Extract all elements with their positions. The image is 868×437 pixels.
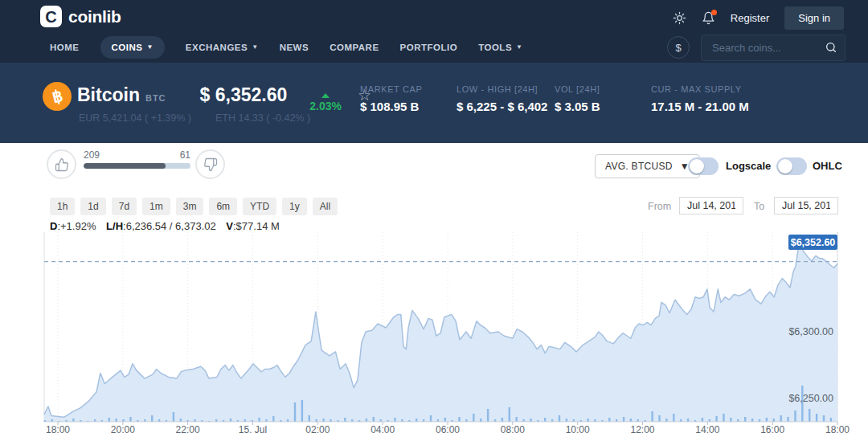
sign-in-button[interactable]: Sign in xyxy=(784,6,844,30)
eth-price: ETH 14.33 ( -0.42% ) xyxy=(215,112,310,124)
from-label: From xyxy=(648,201,671,212)
volume-bar xyxy=(658,415,660,422)
nav-link-home[interactable]: HOME xyxy=(50,43,80,52)
volume-bar xyxy=(730,418,731,422)
nav-links: HOME COINS▼ EXCHANGES▼ NEWS COMPARE PORT… xyxy=(50,36,522,59)
search-icon[interactable] xyxy=(825,41,837,54)
volume-bar xyxy=(630,419,632,422)
ohlc-label: OHLC xyxy=(813,160,842,172)
nav-link-exchanges[interactable]: EXCHANGES▼ xyxy=(186,43,259,52)
register-link[interactable]: Register xyxy=(731,12,769,24)
volume-bar xyxy=(516,417,518,422)
y-axis-label: $6,300.00 xyxy=(788,326,833,337)
volume-bar xyxy=(587,419,588,422)
coin-header: ฿ Bitcoin BTC $ 6,352.60 2.03% ☆ EUR 5,4… xyxy=(0,63,868,143)
nav-link-news[interactable]: NEWS xyxy=(280,43,309,52)
search-input[interactable] xyxy=(710,41,825,55)
volume-bar xyxy=(416,419,417,422)
volume-bar xyxy=(444,418,446,422)
volume-bar xyxy=(394,418,395,422)
coin-name: Bitcoin xyxy=(77,84,140,106)
price-chart-svg[interactable]: 18:0020:0022:0015. Jul02:0004:0006:0008:… xyxy=(0,229,868,437)
volume-bar xyxy=(129,417,131,422)
x-axis-label: 06:00 xyxy=(436,424,460,435)
volume-bar xyxy=(258,418,260,422)
nav-link-coins[interactable]: COINS▼ xyxy=(100,36,165,59)
volume-bar xyxy=(502,418,503,422)
coinlib-logo-text: coinlib xyxy=(68,7,121,27)
x-axis-label: 18:00 xyxy=(825,424,850,435)
x-axis-label: 14:00 xyxy=(695,424,719,435)
range-button-1m[interactable]: 1m xyxy=(142,198,170,215)
range-button-all[interactable]: All xyxy=(313,198,338,215)
volume-bar xyxy=(830,418,832,422)
volume-bar xyxy=(309,415,310,422)
volume-bar xyxy=(823,415,825,422)
chevron-down-icon: ▼ xyxy=(252,43,258,51)
top-navbar: C coinlib Register Si xyxy=(0,0,868,63)
notifications-bell-icon[interactable] xyxy=(702,11,715,25)
volume-bar xyxy=(509,407,510,422)
volume-bar xyxy=(272,416,274,422)
volume-bar xyxy=(566,419,567,422)
y-axis-label: $6,250.00 xyxy=(788,393,833,404)
volume-bar xyxy=(480,419,481,422)
coin-symbol: BTC xyxy=(145,93,166,103)
volume-bar xyxy=(744,417,746,422)
nav-link-portfolio[interactable]: PORTFOLIO xyxy=(400,43,458,52)
volume-bar xyxy=(702,418,703,422)
upvote-count: 209 xyxy=(84,149,100,161)
date-from-input[interactable] xyxy=(679,197,743,214)
nav-menu-row: HOME COINS▼ EXCHANGES▼ NEWS COMPARE PORT… xyxy=(50,32,845,63)
stat-volume: VOL [24H] $ 3.05 B xyxy=(555,84,600,113)
theme-sun-icon[interactable] xyxy=(673,11,686,25)
volume-bar xyxy=(458,417,460,422)
range-button-1h[interactable]: 1h xyxy=(50,198,75,215)
coinlib-logo[interactable]: C coinlib xyxy=(40,6,121,27)
currency-selector-button[interactable]: $ xyxy=(667,36,690,59)
nav-link-tools[interactable]: TOOLS▼ xyxy=(478,43,522,52)
stat-supply: CUR - MAX SUPPLY 17.15 M - 21.00 M xyxy=(651,84,749,113)
volume-bar xyxy=(344,418,346,422)
coin-price: $ 6,352.60 xyxy=(200,84,288,106)
volume-bar xyxy=(530,419,531,422)
nav-top-right: Register Sign in xyxy=(673,6,844,30)
x-axis-label: 20:00 xyxy=(111,424,135,435)
price-chart[interactable]: 18:0020:0022:0015. Jul02:0004:0006:0008:… xyxy=(0,229,868,437)
volume-bar xyxy=(473,414,474,422)
volume-bar xyxy=(687,419,689,422)
range-button-6m[interactable]: 6m xyxy=(209,198,237,215)
nav-link-compare[interactable]: COMPARE xyxy=(330,43,379,52)
date-to-input[interactable] xyxy=(774,197,838,214)
pair-selector-dropdown[interactable]: AVG. BTCUSD ▼ xyxy=(595,154,700,178)
x-axis-label: 12:00 xyxy=(630,424,654,435)
logscale-toggle[interactable] xyxy=(688,157,719,175)
volume-bar xyxy=(673,414,674,422)
x-axis-label: 10:00 xyxy=(566,424,590,435)
chevron-down-icon: ▼ xyxy=(146,43,153,51)
volume-bar xyxy=(816,414,817,422)
thumbs-down-button[interactable] xyxy=(195,149,225,179)
volume-bar xyxy=(766,418,768,422)
stat-market-cap: MARKET CAP $ 108.95 B xyxy=(360,84,422,113)
range-button-ytd[interactable]: YTD xyxy=(243,198,276,215)
stat-low-high: LOW - HIGH [24H] $ 6,225 - $ 6,402 xyxy=(457,84,547,113)
volume-bar xyxy=(715,416,717,422)
range-button-1y[interactable]: 1y xyxy=(282,198,307,215)
toggle-knob xyxy=(778,159,792,174)
coinlib-logo-icon: C xyxy=(40,6,62,27)
time-range-buttons: 1h 1d 7d 1m 3m 6m YTD 1y All xyxy=(50,198,338,215)
nav-search-area: $ xyxy=(667,35,845,61)
range-button-3m[interactable]: 3m xyxy=(176,198,204,215)
volume-bar xyxy=(794,410,796,422)
search-box[interactable] xyxy=(701,35,845,61)
ohlc-toggle[interactable] xyxy=(776,157,807,175)
volume-bar xyxy=(780,415,782,422)
volume-bar xyxy=(366,419,367,422)
thumbs-up-button[interactable] xyxy=(47,149,76,179)
volume-bar xyxy=(487,409,489,422)
volume-bar xyxy=(72,419,74,422)
range-button-1d[interactable]: 1d xyxy=(80,198,105,215)
range-button-7d[interactable]: 7d xyxy=(112,198,137,215)
coinlib-page: C coinlib Register Si xyxy=(0,0,868,437)
